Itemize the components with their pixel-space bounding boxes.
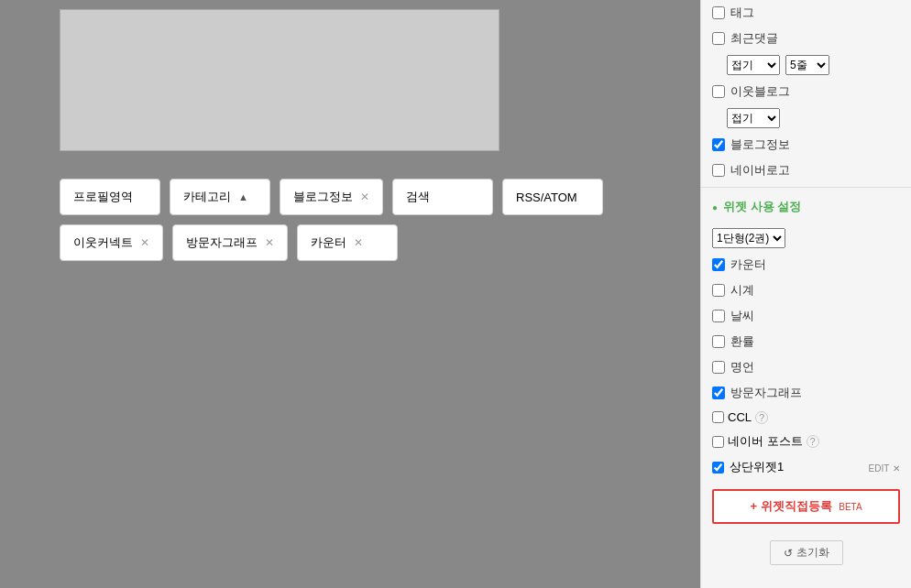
sidebar-item-blog-info[interactable]: 블로그정보	[701, 132, 911, 158]
recent-comment-lines-select[interactable]: 5줄 3줄 10줄	[785, 55, 829, 75]
sidebar-widget-quote-label: 명언	[730, 359, 754, 376]
main-area: 프로필영역 카테고리 ▲ 블로그정보 ✕ 검색 RSS/ATOM 이웃커넥트 ✕…	[0, 0, 700, 588]
arrow-up-icon: ▲	[238, 191, 248, 202]
sidebar-widget-clock[interactable]: 시계	[701, 278, 911, 303]
sidebar-item-neighbor-blog[interactable]: 이웃블로그	[701, 79, 911, 104]
widget-tag-neighbor[interactable]: 이웃커넥트 ✕	[60, 224, 163, 261]
widget-tag-category-label: 카테고리	[183, 189, 231, 205]
widget-tag-category[interactable]: 카테고리 ▲	[170, 179, 270, 215]
close-counter-icon[interactable]: ✕	[354, 236, 363, 249]
widget-setting-label-text: 위젯 사용 설정	[723, 199, 801, 215]
checkbox-top-widget1[interactable]	[712, 462, 724, 474]
sidebar-widget-ccl[interactable]: CCL ?	[701, 406, 911, 429]
sidebar-item-recent-comment[interactable]: 최근댓글	[701, 26, 911, 51]
checkbox-widget-naver-post[interactable]	[712, 436, 724, 448]
checkbox-widget-visitgraph[interactable]	[712, 387, 725, 399]
sidebar-label-blog-info: 블로그정보	[730, 136, 790, 153]
sidebar-item-naver-logo[interactable]: 네이버로고	[701, 158, 911, 183]
checkbox-widget-weather[interactable]	[712, 310, 725, 322]
widget-tag-visitgraph[interactable]: 방문자그래프 ✕	[172, 224, 288, 261]
sidebar-widget-visitgraph[interactable]: 방문자그래프	[701, 380, 911, 406]
add-widget-button-label: + 위젯직접등록	[750, 499, 831, 513]
top-widget1-left: 상단위젯1	[712, 459, 784, 475]
sidebar-widget-ccl-label: CCL	[728, 410, 752, 424]
widget-tag-neighbor-label: 이웃커넥트	[73, 234, 133, 251]
widget-tag-counter-label: 카운터	[311, 234, 346, 251]
checkbox-widget-exchange[interactable]	[712, 335, 725, 348]
sidebar-widget-naver-post[interactable]: 네이버 포스트 ?	[701, 429, 911, 454]
top-widget1-edit-label[interactable]: EDIT	[869, 463, 890, 474]
reset-icon: ↺	[784, 547, 793, 560]
widget-tags-row1: 프로필영역 카테고리 ▲ 블로그정보 ✕ 검색 RSS/ATOM	[60, 179, 691, 215]
naver-post-question-icon[interactable]: ?	[807, 435, 819, 448]
checkbox-naver-logo[interactable]	[712, 164, 725, 177]
widget-col-select-row: 1단형(2권) 2단형	[701, 224, 911, 252]
sidebar-label-recent-comment: 최근댓글	[730, 30, 778, 47]
widget-tag-search[interactable]: 검색	[392, 179, 493, 215]
sidebar-widget-counter-label: 카운터	[730, 256, 766, 273]
widget-tag-profile[interactable]: 프로필영역	[60, 179, 160, 215]
widget-tag-rssatom-label: RSS/ATOM	[516, 191, 577, 204]
checkbox-recent-comment[interactable]	[712, 32, 725, 45]
reset-button-label: 초기화	[796, 545, 829, 561]
sidebar-widget-quote[interactable]: 명언	[701, 354, 911, 380]
top-widget1-label: 상단위젯1	[730, 459, 784, 475]
sidebar-label-tag: 태그	[730, 5, 754, 21]
widget-setting-label: 위젯 사용 설정	[712, 199, 900, 215]
widget-tag-profile-label: 프로필영역	[73, 189, 133, 205]
reset-button[interactable]: ↺ 초기화	[770, 540, 843, 565]
sidebar-label-neighbor-blog: 이웃블로그	[730, 83, 790, 100]
sidebar-widget-top-widget1[interactable]: 상단위젯1 EDIT ✕	[701, 454, 911, 480]
sidebar-widget-counter[interactable]: 카운터	[701, 252, 911, 278]
ccl-question-icon[interactable]: ?	[755, 411, 768, 424]
widget-tags-row2: 이웃커넥트 ✕ 방문자그래프 ✕ 카운터 ✕	[60, 224, 691, 261]
widget-setting-section: 위젯 사용 설정	[701, 191, 911, 224]
checkbox-widget-quote[interactable]	[712, 361, 725, 374]
sidebar-widget-naver-post-label: 네이버 포스트	[728, 433, 803, 450]
checkbox-widget-clock[interactable]	[712, 284, 725, 297]
add-widget-button[interactable]: + 위젯직접등록 BETA	[712, 489, 900, 524]
top-widget1-close-icon[interactable]: ✕	[893, 463, 900, 474]
checkbox-widget-ccl[interactable]	[712, 411, 724, 423]
widget-tag-visitgraph-label: 방문자그래프	[186, 234, 258, 251]
checkbox-tag[interactable]	[712, 6, 725, 19]
widget-col-select[interactable]: 1단형(2권) 2단형	[712, 228, 785, 248]
widget-tag-counter[interactable]: 카운터 ✕	[297, 224, 398, 261]
widget-tag-bloginfo-label: 블로그정보	[293, 189, 353, 205]
close-visitgraph-icon[interactable]: ✕	[265, 236, 274, 249]
sidebar-widget-weather[interactable]: 날씨	[701, 303, 911, 329]
sidebar: 태그 최근댓글 접기 펼치기 5줄 3줄 10줄 이웃블로그 접기 펼치기 블로…	[700, 0, 911, 588]
top-widget1-edit-area: EDIT ✕	[865, 461, 900, 474]
checkbox-widget-counter[interactable]	[712, 258, 725, 271]
checkbox-neighbor-blog[interactable]	[712, 85, 725, 98]
close-bloginfo-icon[interactable]: ✕	[360, 191, 369, 203]
close-neighbor-icon[interactable]: ✕	[140, 236, 149, 249]
widget-tag-search-label: 검색	[406, 189, 430, 205]
sidebar-item-tag[interactable]: 태그	[701, 0, 911, 26]
add-widget-beta-label: BETA	[839, 502, 862, 512]
sidebar-widget-exchange-label: 환률	[730, 333, 754, 350]
sidebar-label-naver-logo: 네이버로고	[730, 162, 790, 179]
widget-tag-bloginfo[interactable]: 블로그정보 ✕	[280, 179, 383, 215]
recent-comment-options-row: 접기 펼치기 5줄 3줄 10줄	[701, 51, 911, 79]
sidebar-widget-visitgraph-label: 방문자그래프	[730, 385, 802, 401]
neighbor-blog-options-row: 접기 펼치기	[701, 104, 911, 132]
sidebar-widget-weather-label: 날씨	[730, 308, 754, 324]
sidebar-widget-exchange[interactable]: 환률	[701, 329, 911, 354]
checkbox-blog-info[interactable]	[712, 138, 725, 151]
sidebar-widget-clock-label: 시계	[730, 282, 754, 299]
recent-comment-fold-select[interactable]: 접기 펼치기	[727, 55, 780, 75]
neighbor-blog-fold-select[interactable]: 접기 펼치기	[727, 108, 780, 128]
widget-tag-rssatom[interactable]: RSS/ATOM	[502, 179, 603, 215]
canvas-preview	[60, 9, 499, 151]
